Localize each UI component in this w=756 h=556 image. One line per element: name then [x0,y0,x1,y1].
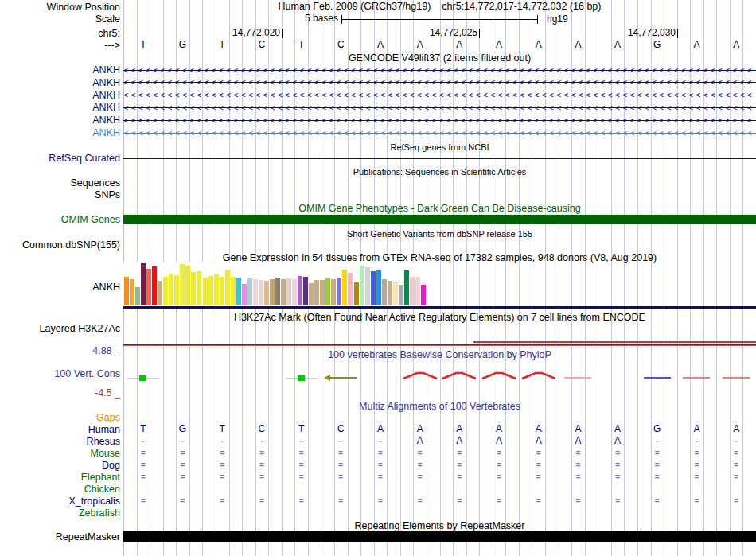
alignment-cell: A [479,424,519,434]
gtex-bar[interactable] [281,279,286,305]
gtex-bar[interactable] [141,263,146,305]
gtex-bar[interactable] [331,279,336,305]
gene-transcript-line[interactable]: <<<<<<<<<<<<<<<<<<<<<<<<<<<<<<<<<<<<<<<<… [123,66,756,75]
gtex-bar[interactable] [146,269,151,305]
omim-gene-bar[interactable] [123,215,756,224]
gtex-bar[interactable] [393,282,398,305]
phylop-arrow-line[interactable] [329,377,357,379]
gtex-bar[interactable] [158,281,162,305]
gtex-bar[interactable] [124,277,129,305]
gtex-bar[interactable] [320,280,325,305]
gene-label: ANKH [0,102,120,113]
gtex-bar[interactable] [325,278,330,305]
gtex-bar[interactable] [264,281,269,305]
phylop-flat-segment[interactable] [564,377,591,379]
gtex-bar[interactable] [236,278,241,305]
gtex-bar[interactable] [371,271,376,305]
gtex-bar[interactable] [152,266,157,305]
h3k27ac-signal-segment[interactable] [473,341,756,343]
gtex-bar[interactable] [180,264,185,305]
alignment-cell: = [716,472,756,482]
gtex-bar[interactable] [348,273,353,305]
omim-genes-label: OMIM Genes [0,214,120,225]
phylop-flat-segment[interactable] [723,377,750,379]
gtex-bar[interactable] [404,270,409,305]
h3k27ac-baseline-red[interactable] [123,345,756,347]
gtex-bar[interactable] [225,270,230,305]
gtex-bar[interactable] [309,283,314,305]
window-position-value: Human Feb. 2009 (GRCh37/hg19)chr5:14,772… [123,1,756,12]
gtex-bar[interactable] [415,277,420,305]
gene-transcript-line[interactable]: <<<<<<<<<<<<<<<<<<<<<<<<<<<<<<<<<<<<<<<<… [123,91,756,99]
phylop-peak[interactable] [403,371,438,380]
h3k27ac-track-title: H3K27Ac Mark (Often Found Near Active Re… [123,312,756,323]
gene-transcript-line[interactable]: <<<<<<<<<<<<<<<<<<<<<<<<<<<<<<<<<<<<<<<<… [123,78,756,87]
gtex-bar[interactable] [242,284,247,305]
gtex-bar[interactable] [376,270,381,305]
gtex-bar[interactable] [292,279,297,305]
gtex-bar[interactable] [214,274,219,305]
species-label-dog: Dog [0,460,120,471]
phylop-point[interactable] [139,375,146,381]
phylop-arrow-head[interactable] [324,375,330,381]
gene-transcript-line[interactable]: <<<<<<<<<<<<<<<<<<<<<<<<<<<<<<<<<<<<<<<<… [123,103,756,112]
gtex-bar[interactable] [298,276,302,305]
gtex-bar[interactable] [360,266,364,305]
gtex-bar[interactable] [208,276,213,305]
alignment-cell: T [202,424,242,434]
gtex-bar[interactable] [365,267,370,305]
refseq-curated-label: RefSeq Curated [0,153,120,164]
phylop-peak[interactable] [442,371,477,380]
gtex-bar[interactable] [174,275,179,305]
phylop-point[interactable] [298,375,305,381]
gtex-bar[interactable] [259,280,263,305]
gtex-bar[interactable] [399,285,403,305]
phylop-flat-segment[interactable] [644,377,671,379]
gtex-bar[interactable] [270,279,275,305]
gtex-bar[interactable] [410,277,415,305]
gtex-bar[interactable] [303,277,308,305]
gtex-bar[interactable] [314,280,319,305]
gtex-bar[interactable] [169,274,173,305]
gtex-gene-model-line[interactable] [123,306,756,309]
gtex-bar[interactable] [382,279,387,305]
alignment-cell: = [637,448,677,458]
phylop-peak[interactable] [481,371,516,380]
gtex-bar[interactable] [253,279,258,305]
gtex-bar[interactable] [197,271,201,305]
omim-track-title: OMIM Gene Phenotypes - Dark Green Can Be… [123,203,756,214]
gtex-bar[interactable] [220,277,224,305]
base-letter: A [598,40,637,50]
gtex-bar[interactable] [286,278,291,305]
gtex-bar[interactable] [191,272,196,305]
gtex-bar[interactable] [203,278,208,305]
gtex-bar[interactable] [163,277,168,305]
gtex-bar[interactable] [185,266,190,305]
gtex-bar[interactable] [388,281,392,305]
gtex-bar[interactable] [275,278,280,305]
gene-transcript-line[interactable]: <<<<<<<<<<<<<<<<<<<<<<<<<<<<<<<<<<<<<<<<… [123,116,756,125]
gene-transcript-line[interactable]: <<<<<<<<<<<<<<<<<<<<<<<<<<<<<<<<<<<<<<<<… [123,129,756,138]
alignment-cell: A [439,436,479,446]
gtex-bar[interactable] [135,287,140,305]
base-letter: C [321,40,360,50]
gtex-bar[interactable] [354,282,359,305]
gtex-bar[interactable] [337,278,341,305]
alignment-cell: = [439,460,479,470]
publications-track-title: Publications: Sequences in Scientific Ar… [123,166,756,177]
phylop-flat-segment[interactable] [683,377,710,379]
gtex-bar[interactable] [247,278,252,305]
assembly-label: Human Feb. 2009 (GRCh37/hg19) [279,1,431,12]
alignment-cell: G [637,424,677,434]
repeatmasker-bar[interactable] [123,531,756,542]
phylop-peak[interactable] [521,371,556,380]
alignment-cell: = [282,460,321,470]
base-letter: A [676,40,716,50]
gtex-bar[interactable] [421,285,426,305]
gtex-bar[interactable] [231,277,236,305]
gtex-bar[interactable] [342,270,347,305]
alignment-cell: C [321,424,360,434]
gtex-bar[interactable] [130,279,134,305]
h3k27ac-label: Layered H3K27Ac [0,323,120,334]
refseq-gene-line[interactable] [123,158,756,159]
